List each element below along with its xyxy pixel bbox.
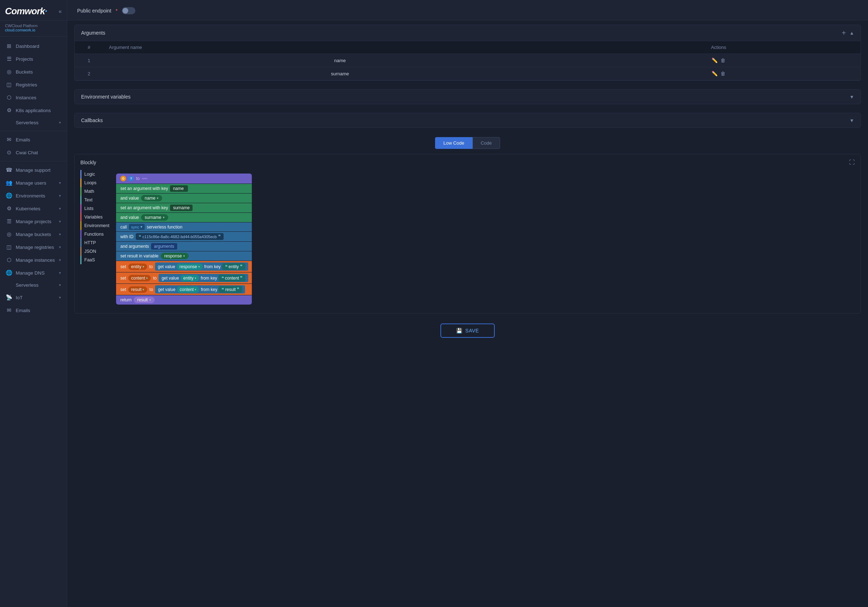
logo-brand: Comwork <box>5 6 45 16</box>
entity-var-text: entity <box>131 264 141 269</box>
sync-arrow: ▾ <box>140 225 143 229</box>
blockly-canvas[interactable]: ⊙ ? to set an argument with key name <box>113 170 855 308</box>
block-content-key: ❝ content ❞ <box>219 274 245 281</box>
palette-item-text[interactable]: Text <box>81 196 113 204</box>
blockly-expand-button[interactable]: ⛶ <box>849 159 855 166</box>
sidebar-item-manage-projects[interactable]: ☰ Manage projects ▾ <box>0 215 67 228</box>
public-endpoint-toggle[interactable] <box>122 7 135 14</box>
block-and-arguments: and arguments arguments <box>116 242 252 251</box>
callbacks-header[interactable]: Callbacks ▼ <box>74 113 860 127</box>
palette-item-functions[interactable]: Functions <box>81 230 113 238</box>
block-return-label: return <box>120 297 132 302</box>
palette-item-math[interactable]: Math <box>81 187 113 196</box>
edit-argument-button[interactable]: ✏️ <box>711 71 718 76</box>
palette-item-environment[interactable]: Environment <box>81 221 113 230</box>
nav-arrow-manage-dns: ▾ <box>59 271 61 275</box>
sidebar-item-emails2[interactable]: ✉ Emails <box>0 304 67 317</box>
block-content-pill2[interactable]: content ▾ <box>177 286 199 293</box>
nav-label-emails: Emails <box>16 137 61 142</box>
nav-arrow-environments: ▾ <box>59 194 61 198</box>
env-variables-section: Environment variables ▼ <box>74 89 861 104</box>
from-key-text1: from key <box>204 264 221 269</box>
block-get-value-content: get value entity ▾ from key ❝ content ❞ <box>159 274 248 282</box>
block-sync-pill[interactable]: sync ▾ <box>129 224 145 230</box>
nav-label-projects: Projects <box>16 56 61 62</box>
sidebar-item-cwai[interactable]: ⊙ Cwai Chat <box>0 146 67 159</box>
sidebar: Comwork· « CWCloud Platform cloud.comwor… <box>0 0 67 607</box>
add-argument-button[interactable]: + <box>842 29 846 36</box>
collapse-sidebar-button[interactable]: « <box>59 8 62 15</box>
nav-label-cwai: Cwai Chat <box>16 150 61 155</box>
get-value-text3: get value <box>158 287 175 292</box>
block-header: ⊙ ? to <box>116 173 252 184</box>
sidebar-item-kubernetes[interactable]: ⚙ Kubernetes ▾ <box>0 202 67 215</box>
arguments-collapse-icon[interactable]: ▲ <box>849 30 854 36</box>
block-result-var[interactable]: response ▾ <box>161 253 189 259</box>
delete-argument-button[interactable]: 🗑 <box>721 71 725 76</box>
sidebar-item-k8s[interactable]: ⚙ K8s applications <box>0 104 67 117</box>
response-var1-text: response <box>179 264 197 269</box>
var-surname-text: surname <box>145 215 161 220</box>
sidebar-item-serverless[interactable]: Serverless ▾ <box>0 117 67 129</box>
sidebar-item-dashboard[interactable]: ⊞ Dashboard <box>0 40 67 53</box>
nav-icon-manage-projects: ☰ <box>6 218 12 225</box>
palette-item-logic[interactable]: Logic <box>81 170 113 178</box>
block-return: return result ▾ <box>116 295 252 305</box>
block-var-surname[interactable]: surname ▾ <box>141 214 168 221</box>
edit-argument-button[interactable]: ✏️ <box>711 57 718 63</box>
palette-item-faas[interactable]: FaaS <box>81 255 113 264</box>
low-code-button[interactable]: Low Code <box>435 137 473 149</box>
entity-key-text: entity <box>229 264 239 269</box>
callbacks-section: Callbacks ▼ <box>74 113 861 128</box>
block-result-key: ❝ result ❞ <box>219 286 242 293</box>
block-entity-pill[interactable]: entity ▾ <box>128 263 147 270</box>
sidebar-item-manage-registries[interactable]: ◫ Manage registries ▾ <box>0 241 67 254</box>
sidebar-item-instances[interactable]: ⬡ Instances <box>0 91 67 104</box>
block-result2-pill[interactable]: result ▾ <box>128 286 147 293</box>
sidebar-item-buckets[interactable]: ◎ Buckets <box>0 65 67 78</box>
sidebar-item-iot[interactable]: 📡 IoT ▾ <box>0 291 67 304</box>
palette-item-loops[interactable]: Loops <box>81 178 113 187</box>
sidebar-item-manage-dns[interactable]: 🌐 Manage DNS ▾ <box>0 266 67 279</box>
sidebar-item-manage-buckets[interactable]: ◎ Manage buckets ▾ <box>0 228 67 241</box>
nav-label-kubernetes: Kubernetes <box>16 206 55 211</box>
sidebar-item-projects[interactable]: ☰ Projects <box>0 53 67 65</box>
nav-label-k8s: K8s applications <box>16 108 61 113</box>
str-quote-left2: ❝ <box>222 275 224 281</box>
nav-arrow-iot: ▾ <box>59 295 61 300</box>
sidebar-item-environments[interactable]: 🌐 Environments ▾ <box>0 189 67 202</box>
sidebar-item-manage-support[interactable]: ☎ Manage support <box>0 164 67 177</box>
str-quote-right2: ❞ <box>240 275 243 281</box>
table-row: 2 surname ✏️ 🗑 <box>74 67 860 81</box>
block-arg1-name[interactable]: name <box>170 185 188 192</box>
sidebar-item-registries[interactable]: ◫ Registries <box>0 78 67 91</box>
nav-icon-manage-users: 👥 <box>6 180 12 186</box>
palette-item-http[interactable]: HTTP <box>81 238 113 247</box>
sidebar-item-emails[interactable]: ✉ Emails <box>0 133 67 146</box>
row-num: 1 <box>74 54 103 67</box>
block-content-pill[interactable]: content ▾ <box>128 275 151 281</box>
block-set-result: set result ▾ to get value content ▾ <box>116 284 252 295</box>
block-response-pill[interactable]: response ▾ <box>177 263 203 270</box>
nav-label-serverless: Serverless <box>16 120 55 125</box>
arguments-table: # Argument name Actions 1 name ✏️ 🗑 2 su… <box>74 41 860 81</box>
palette-item-lists[interactable]: Lists <box>81 204 113 213</box>
block-return-var[interactable]: result ▾ <box>133 297 154 303</box>
block-var-name[interactable]: name ▾ <box>141 195 162 201</box>
block-arg2-name[interactable]: surname <box>170 204 192 211</box>
delete-argument-button[interactable]: 🗑 <box>721 57 725 63</box>
nav-label-serverless2: Serverless <box>16 282 55 288</box>
sidebar-item-serverless2[interactable]: Serverless ▾ <box>0 279 67 291</box>
env-variables-header[interactable]: Environment variables ▼ <box>74 90 860 104</box>
col-actions: Actions <box>577 41 860 54</box>
block-set-entity-label: set <box>120 264 126 269</box>
sidebar-item-manage-instances[interactable]: ⬡ Manage instances ▾ <box>0 254 67 266</box>
save-button[interactable]: 💾 SAVE <box>440 324 495 338</box>
block-entity-pill2[interactable]: entity ▾ <box>180 275 199 281</box>
save-label: SAVE <box>465 328 479 333</box>
sidebar-item-manage-users[interactable]: 👥 Manage users ▾ <box>0 177 67 189</box>
code-button[interactable]: Code <box>473 137 500 149</box>
palette-item-variables[interactable]: Variables <box>81 213 113 221</box>
public-endpoint-label: Public endpoint <box>77 8 112 14</box>
palette-item-json[interactable]: JSON <box>81 247 113 255</box>
